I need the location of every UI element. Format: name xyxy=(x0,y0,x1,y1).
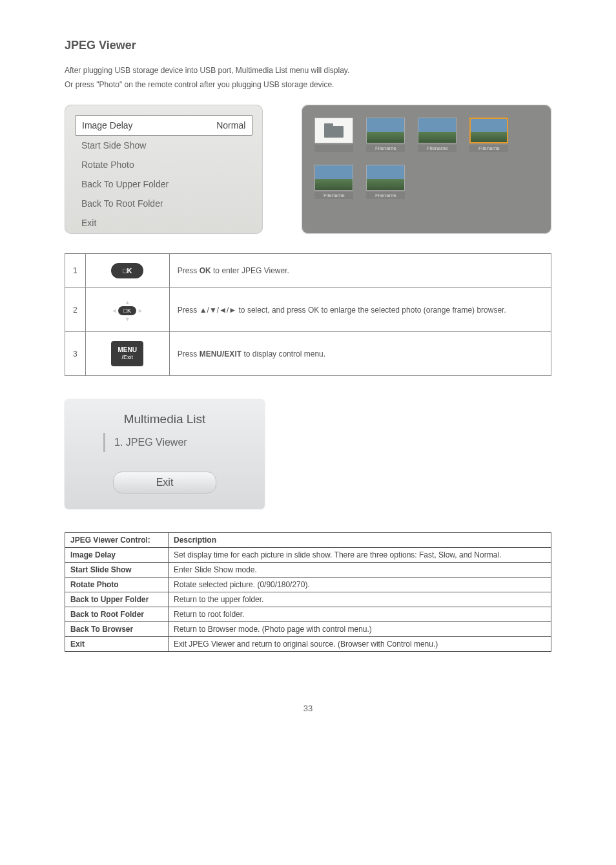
menu-exit-button-icon: MENU/Exit xyxy=(111,341,143,366)
remote-button-cell: MENU/Exit xyxy=(85,332,169,376)
dpad-icon: ▲◄□K►▼ xyxy=(112,299,143,322)
ok-button-icon: □K xyxy=(111,263,143,278)
control-name: Rotate Photo xyxy=(70,580,119,589)
table-row: Rotate PhotoRotate selected picture. (0/… xyxy=(65,578,551,592)
thumbnail-item[interactable]: Filename xyxy=(418,118,457,152)
thumbnail-caption: Filename xyxy=(314,192,353,199)
remote-button-cell: ▲◄□K►▼ xyxy=(85,288,169,332)
thumbnail-image xyxy=(366,165,405,191)
thumbnail-folder[interactable] xyxy=(314,118,353,152)
multimedia-title: Multimedia List xyxy=(80,412,249,426)
thumbnail-item[interactable]: Filename xyxy=(314,165,353,199)
thumbnail-panel: FilenameFilenameFilenameFilenameFilename xyxy=(302,105,551,234)
control-description: Enter Slide Show mode. xyxy=(169,563,551,578)
multimedia-list-panel: Multimedia List 1. JPEG Viewer Exit xyxy=(65,399,265,509)
osd-item-label: Exit xyxy=(81,218,96,228)
thumbnail-image xyxy=(469,118,508,143)
table-row: 1□KPress OK to enter JPEG Viewer. xyxy=(65,254,551,288)
table-header-control: JPEG Viewer Control: xyxy=(70,536,150,545)
control-name: Start Slide Show xyxy=(70,565,132,574)
page-number: 33 xyxy=(65,703,551,713)
row-number: 1 xyxy=(65,254,86,288)
button-description: Press OK to enter JPEG Viewer. xyxy=(169,254,551,288)
table-row: 2▲◄□K►▼Press ▲/▼/◄/► to select, and pres… xyxy=(65,288,551,332)
osd-item-label: Start Side Show xyxy=(81,140,146,151)
table-header-description: Description xyxy=(174,536,216,545)
control-name: Back to Root Folder xyxy=(70,610,144,619)
multimedia-item-jpeg[interactable]: 1. JPEG Viewer xyxy=(103,433,226,452)
thumbnail-caption: Filename xyxy=(366,192,405,199)
table-row: 3MENU/ExitPress MENU/EXIT to display con… xyxy=(65,332,551,376)
row-number: 3 xyxy=(65,332,86,376)
section-title: JPEG Viewer xyxy=(65,39,551,52)
osd-item[interactable]: Back To Root Folder xyxy=(75,194,252,213)
osd-item[interactable]: Exit xyxy=(75,213,252,233)
osd-item[interactable]: Image DelayNormal xyxy=(75,115,252,136)
osd-item-label: Image Delay xyxy=(82,120,133,130)
control-description: Exit JPEG Viewer and return to original … xyxy=(169,637,551,652)
row-number: 2 xyxy=(65,288,86,332)
osd-item-value: Normal xyxy=(216,120,245,130)
control-description: Return to Browser mode. (Photo page with… xyxy=(169,622,551,637)
osd-item[interactable]: Start Side Show xyxy=(75,136,252,155)
thumbnail-caption xyxy=(314,145,353,152)
intro-line-2: Or press "Photo" on the remote control a… xyxy=(65,78,551,92)
table-row: Image DelaySet display time for each pic… xyxy=(65,548,551,563)
intro-line-1: After plugging USB storage device into U… xyxy=(65,64,551,78)
intro-text: After plugging USB storage device into U… xyxy=(65,64,551,92)
control-name: Exit xyxy=(70,640,85,649)
osd-item-label: Back To Upper Folder xyxy=(81,179,169,189)
folder-icon xyxy=(314,118,353,143)
multimedia-exit-button[interactable]: Exit xyxy=(113,472,216,494)
table-row: Back to Root FolderReturn to root folder… xyxy=(65,607,551,622)
description-table: JPEG Viewer Control:DescriptionImage Del… xyxy=(65,532,551,652)
osd-item-label: Back To Root Folder xyxy=(81,198,163,209)
thumbnail-image xyxy=(314,165,353,191)
table-header-row: JPEG Viewer Control:Description xyxy=(65,533,551,548)
button-description: Press MENU/EXIT to display control menu. xyxy=(169,332,551,376)
control-description: Return to root folder. xyxy=(169,607,551,622)
table-row: Start Slide ShowEnter Slide Show mode. xyxy=(65,563,551,578)
control-description: Return to the upper folder. xyxy=(169,592,551,607)
control-description: Set display time for each picture in sli… xyxy=(169,548,551,563)
table-row: Back to Upper FolderReturn to the upper … xyxy=(65,592,551,607)
osd-item[interactable]: Back To Upper Folder xyxy=(75,174,252,194)
remote-button-table: 1□KPress OK to enter JPEG Viewer.2▲◄□K►▼… xyxy=(65,253,551,376)
thumbnail-image xyxy=(366,118,405,143)
control-name: Back To Browser xyxy=(70,625,133,634)
thumbnail-item[interactable]: Filename xyxy=(366,118,405,152)
thumbnail-grid: FilenameFilenameFilenameFilenameFilename xyxy=(314,118,539,199)
thumbnail-item[interactable]: Filename xyxy=(366,165,405,199)
table-row: Back To BrowserReturn to Browser mode. (… xyxy=(65,622,551,637)
osd-panel: Image DelayNormalStart Side ShowRotate P… xyxy=(65,105,263,234)
thumbnail-item[interactable]: Filename xyxy=(469,118,508,152)
thumbnail-caption: Filename xyxy=(418,145,457,152)
control-name: Back to Upper Folder xyxy=(70,595,149,604)
table-row: ExitExit JPEG Viewer and return to origi… xyxy=(65,637,551,652)
remote-button-cell: □K xyxy=(85,254,169,288)
osd-item[interactable]: Rotate Photo xyxy=(75,155,252,174)
control-description: Rotate selected picture. (0/90/180/270). xyxy=(169,578,551,592)
thumbnail-caption: Filename xyxy=(366,145,405,152)
thumbnail-image xyxy=(418,118,457,143)
thumbnail-caption: Filename xyxy=(469,145,508,152)
osd-item-label: Rotate Photo xyxy=(81,160,134,170)
control-name: Image Delay xyxy=(70,550,116,559)
button-description: Press ▲/▼/◄/► to select, and press OK to… xyxy=(169,288,551,332)
panel-row: Image DelayNormalStart Side ShowRotate P… xyxy=(65,105,551,234)
